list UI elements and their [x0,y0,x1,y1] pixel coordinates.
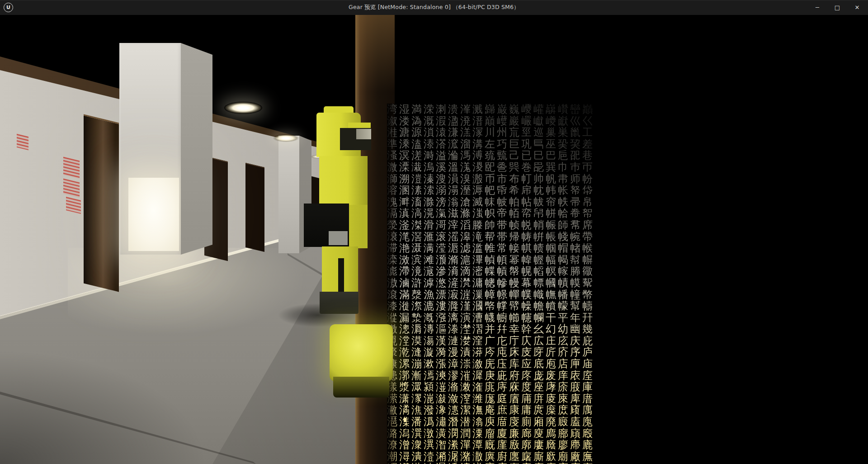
far-pillar-front-face [278,136,299,253]
carried-box-highlight [329,231,348,245]
wall-sign-red [17,134,28,150]
hazmat-character-visor-glint [356,129,371,139]
floor-vignette [0,350,208,464]
wall-sign-red [63,157,80,179]
ceiling-light [224,102,262,114]
maximize-button[interactable]: □ [827,0,847,15]
hazmat-character-boots [320,292,359,314]
window-controls: ─ □ ✕ [807,0,867,15]
glyph-wall-shading [387,104,596,464]
title-bar[interactable]: U Gear 预览 [NetMode: Standalone 0] （64-bi… [0,0,868,15]
game-viewport[interactable]: 湾湿満溁溂溃溄溅巋巌巍巎巏巐巑巒巓溆溇溈溉溊溋溌溍巔巕巖巗巘巙巚巛巜溎溏源溑溒溓… [0,15,868,464]
hazmat-character-torso [319,156,368,207]
yellow-glow-object [330,324,393,381]
hazmat-character-leg-gap [338,258,344,293]
ceiling-light [273,134,299,142]
window-title: Gear 预览 [NetMode: Standalone 0] （64-bit/… [0,0,868,15]
doorway-far [245,163,264,252]
minimize-button[interactable]: ─ [807,0,827,15]
doorway-near [84,114,119,292]
app-window: U Gear 预览 [NetMode: Standalone 0] （64-bi… [0,0,868,464]
yellow-glow-object-base [333,377,389,398]
dark-corner-column-highlight [355,15,395,92]
pillar-glow-panel [128,178,179,251]
close-button[interactable]: ✕ [847,0,867,15]
